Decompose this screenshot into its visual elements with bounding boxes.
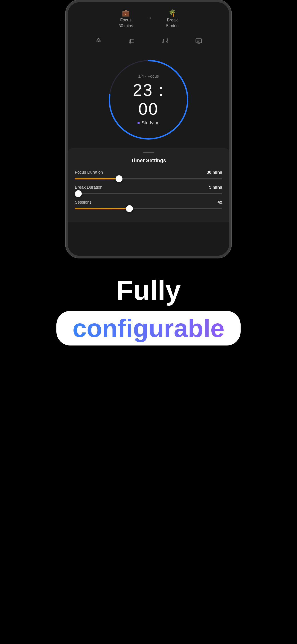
top-bar: 💼 Focus 30 mins → 🌴 Break 5 mins bbox=[68, 2, 229, 33]
music-icon[interactable] bbox=[160, 35, 171, 47]
configurable-text: configurable bbox=[72, 314, 224, 342]
svg-rect-9 bbox=[196, 39, 202, 43]
timer-area: 1/4 - Focus 23 : 00 Studying bbox=[68, 51, 229, 148]
break-mode: 🌴 Break 5 mins bbox=[166, 9, 178, 28]
sessions-header: Sessions 4x bbox=[75, 200, 222, 205]
svg-point-7 bbox=[162, 42, 164, 43]
bottom-section: Fully configurable bbox=[0, 267, 297, 355]
break-emoji: 🌴 bbox=[168, 9, 176, 17]
focus-slider-track[interactable] bbox=[75, 178, 222, 180]
task-name: Studying bbox=[142, 120, 160, 126]
settings-panel: Timer Settings Focus Duration 30 mins Br… bbox=[68, 148, 229, 222]
svg-point-4 bbox=[130, 39, 131, 40]
sessions-slider-fill bbox=[75, 208, 130, 209]
break-duration-section: Break Duration 5 mins bbox=[75, 185, 222, 194]
task-dot bbox=[138, 122, 140, 124]
sessions-label: Sessions bbox=[75, 200, 92, 205]
timer-task-label: Studying bbox=[127, 120, 170, 126]
timer-circle: 1/4 - Focus 23 : 00 Studying bbox=[105, 56, 192, 144]
sessions-slider-track[interactable] bbox=[75, 208, 222, 209]
focus-label: Focus bbox=[120, 18, 132, 22]
sessions-section: Sessions 4x bbox=[75, 200, 222, 209]
focus-header: Focus Duration 30 mins bbox=[75, 170, 222, 175]
settings-title: Timer Settings bbox=[75, 158, 222, 164]
sessions-value: 4x bbox=[218, 200, 222, 205]
break-slider-thumb[interactable] bbox=[75, 190, 82, 197]
focus-emoji: 💼 bbox=[122, 9, 130, 17]
focus-time: 30 mins bbox=[118, 24, 133, 28]
focus-duration-label: Focus Duration bbox=[75, 170, 103, 175]
focus-duration-value: 30 mins bbox=[207, 170, 222, 175]
toolbar bbox=[68, 33, 229, 51]
break-label: Break bbox=[167, 18, 178, 22]
phone-screen: 💼 Focus 30 mins → 🌴 Break 5 mins bbox=[68, 2, 229, 256]
configurable-pill: configurable bbox=[56, 311, 240, 346]
drag-handle[interactable] bbox=[143, 152, 154, 153]
sessions-slider-thumb[interactable] bbox=[126, 205, 133, 212]
break-duration-value: 5 mins bbox=[209, 185, 222, 190]
focus-duration-section: Focus Duration 30 mins bbox=[75, 170, 222, 180]
quality-icon[interactable] bbox=[93, 35, 104, 47]
focus-mode: 💼 Focus 30 mins bbox=[118, 9, 133, 28]
break-duration-label: Break Duration bbox=[75, 185, 102, 190]
svg-point-8 bbox=[166, 41, 168, 42]
fully-text: Fully bbox=[4, 276, 292, 304]
timer-display: 23 : 00 bbox=[127, 80, 170, 118]
break-slider-track[interactable] bbox=[75, 193, 222, 194]
svg-point-5 bbox=[130, 40, 131, 42]
break-time: 5 mins bbox=[166, 24, 178, 28]
timer-text: 1/4 - Focus 23 : 00 Studying bbox=[127, 74, 170, 126]
break-header: Break Duration 5 mins bbox=[75, 185, 222, 190]
focus-slider-fill bbox=[75, 178, 119, 180]
display-icon[interactable] bbox=[193, 35, 204, 47]
session-label: 1/4 - Focus bbox=[127, 74, 170, 79]
mode-arrow: → bbox=[147, 14, 152, 21]
phone-frame: 💼 Focus 30 mins → 🌴 Break 5 mins bbox=[66, 0, 232, 258]
focus-slider-thumb[interactable] bbox=[116, 175, 122, 182]
settings-icon[interactable] bbox=[126, 35, 138, 47]
